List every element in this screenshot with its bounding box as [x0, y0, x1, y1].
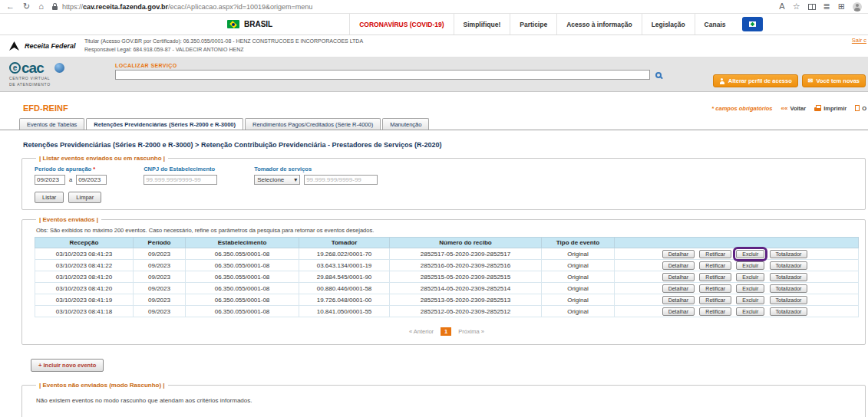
cell-tipo: Original — [542, 271, 615, 283]
retificar-button[interactable]: Retificar — [699, 250, 731, 258]
gov-link-simplifique[interactable]: Simplifique! — [454, 14, 510, 34]
brazil-flag-icon — [227, 20, 239, 28]
tab-rendimentos[interactable]: Rendimentos Pagos/Creditados (Série R-40… — [245, 118, 381, 130]
tomador-cnpj-input[interactable] — [304, 175, 378, 185]
help-sphere-icon[interactable] — [54, 63, 64, 73]
required-asterisk: * — [93, 166, 95, 172]
table-row: 03/10/2023 08:41:20 09/2023 06.350.055/0… — [35, 283, 859, 294]
limpar-button[interactable]: Limpar — [68, 192, 101, 203]
printer-icon — [814, 107, 821, 111]
pagination-current-page[interactable]: 1 — [441, 327, 451, 336]
excluir-button[interactable]: Excluir — [736, 307, 764, 316]
page-title: EFD-REINF — [23, 103, 68, 113]
cell-recepcao: 03/10/2023 08:41:23 — [35, 248, 134, 260]
mensagens-button[interactable]: ✉ Você tem novas — [802, 74, 866, 87]
table-row: 03/10/2023 08:41:20 09/2023 06.350.055/0… — [35, 271, 859, 283]
cell-estabelecimento: 06.350.055/0001-08 — [186, 306, 299, 317]
listar-button[interactable]: Listar — [35, 192, 64, 203]
eventos-table: Recepção Período Estabelecimento Tomador… — [35, 237, 859, 317]
excluir-button[interactable]: Excluir — [736, 261, 764, 270]
voltar-link[interactable]: «« Voltar — [781, 105, 807, 112]
split-screen-icon[interactable] — [808, 4, 816, 10]
tomador-select[interactable]: Selecione ▾ — [254, 175, 300, 185]
retificar-button[interactable]: Retificar — [699, 307, 731, 316]
incluir-novo-evento-button[interactable]: + Incluir novo evento — [31, 359, 104, 372]
excluir-button-highlighted[interactable]: Excluir — [736, 250, 764, 258]
responsavel-line: Responsável Legal: 684.918.059-87 - VALD… — [84, 46, 363, 54]
retificar-button[interactable]: Retificar — [699, 261, 731, 270]
cell-tomador: 29.884.545/0001-90 — [299, 271, 390, 283]
sair-link[interactable]: Sair c — [852, 37, 866, 44]
gov-link-coronavirus[interactable]: CORONAVÍRUS (COVID-19) — [349, 14, 453, 34]
excluir-button[interactable]: Excluir — [736, 284, 764, 293]
detalhar-button[interactable]: Detalhar — [662, 273, 695, 281]
tab-retencoes-previdenciarias[interactable]: Retenções Previdenciárias (Séries R-2000… — [86, 118, 243, 130]
cell-tomador: 00.880.446/0001-58 — [299, 283, 390, 294]
totalizador-button[interactable]: Totalizador — [770, 307, 808, 316]
periodo-to-input[interactable] — [76, 175, 107, 185]
refresh-icon[interactable]: ↻ — [23, 2, 30, 11]
detalhar-button[interactable]: Detalhar — [662, 296, 695, 304]
favorites-bar-icon[interactable]: ≣ — [823, 2, 830, 11]
cell-recibo: 2852515-05-2020-2309-2852515 — [390, 271, 542, 283]
retificar-button[interactable]: Retificar — [699, 273, 731, 281]
collections-icon[interactable]: ⊞ — [838, 2, 845, 11]
totalizador-button[interactable]: Totalizador — [770, 284, 808, 293]
periodo-from-input[interactable] — [35, 175, 65, 185]
mail-icon: ✉ — [808, 78, 814, 84]
cell-estabelecimento: 06.350.055/0001-08 — [186, 283, 299, 294]
retificar-button[interactable]: Retificar — [699, 284, 731, 293]
gov-link-legislacao[interactable]: Legislação — [642, 14, 695, 34]
detalhar-button[interactable]: Detalhar — [662, 261, 695, 270]
gov-link-participe[interactable]: Participe — [510, 14, 556, 34]
gov-link-acesso-informacao[interactable]: Acesso à informação — [556, 14, 642, 34]
tab-manutencao[interactable]: Manutenção — [382, 118, 429, 130]
govbr-flag-button[interactable] — [742, 17, 763, 31]
detalhar-button[interactable]: Detalhar — [662, 307, 695, 316]
profile-avatar[interactable] — [853, 2, 862, 11]
totalizador-button[interactable]: Totalizador — [770, 273, 808, 281]
search-icon[interactable] — [655, 72, 662, 78]
ecac-band: e cac CENTRO VIRTUAL DE ATENDIMENTO LOCA… — [0, 57, 868, 92]
brasil-brand[interactable]: BRASIL — [227, 20, 272, 28]
cell-periodo: 09/2023 — [134, 271, 186, 283]
browser-actions: A ☆ ≣ ⊞ — [779, 2, 862, 11]
tab-eventos-tabelas[interactable]: Eventos de Tabelas — [19, 118, 84, 130]
totalizador-button[interactable]: Totalizador — [770, 250, 808, 258]
pagination-previous[interactable]: « Anterior — [409, 328, 434, 335]
extra-link[interactable]: O — [855, 105, 866, 112]
address-bar[interactable]: https://cav.receita.fazenda.gov.br/ecac/… — [52, 3, 771, 11]
col-recibo: Número do recibo — [390, 238, 542, 248]
read-aloud-icon[interactable]: A — [779, 2, 784, 11]
cnpj-input[interactable] — [144, 175, 217, 185]
pagination-next[interactable]: Próxima » — [458, 328, 484, 335]
totalizador-button[interactable]: Totalizador — [770, 261, 808, 270]
tomador-group: Tomador de serviços Selecione ▾ — [254, 166, 378, 185]
row-actions: Detalhar Retificar Excluir Totalizador — [615, 271, 859, 283]
cell-recibo: 2852517-05-2020-2309-2852517 — [390, 248, 542, 260]
excluir-button[interactable]: Excluir — [736, 273, 764, 281]
cell-periodo: 09/2023 — [134, 260, 186, 271]
gov-bar: BRASIL CORONAVÍRUS (COVID-19) Simplifiqu… — [0, 14, 868, 35]
alterar-perfil-button[interactable]: Alterar perfil de acesso — [713, 74, 798, 87]
rascunho-legend: | Eventos não enviados (modo Rascunho) | — [36, 382, 168, 389]
detalhar-button[interactable]: Detalhar — [662, 250, 695, 258]
cell-tipo: Original — [542, 294, 615, 306]
imprimir-link[interactable]: Imprimir — [814, 105, 847, 112]
detalhar-button[interactable]: Detalhar — [662, 284, 695, 293]
service-search-input[interactable] — [115, 70, 650, 80]
url-text[interactable]: https://cav.receita.fazenda.gov.br/ecac/… — [62, 3, 312, 11]
cell-tipo: Original — [542, 260, 615, 271]
gov-link-canais[interactable]: Canais — [695, 14, 735, 34]
row-actions: Detalhar Retificar Excluir Totalizador — [615, 306, 859, 317]
excluir-button[interactable]: Excluir — [736, 296, 764, 304]
back-icon[interactable]: ← — [6, 2, 15, 11]
favorite-star-icon[interactable]: ☆ — [793, 2, 800, 11]
col-recepcao: Recepção — [35, 238, 134, 248]
row-actions: Detalhar Retificar Excluir Totalizador — [615, 248, 859, 260]
eventos-obs: Obs: São exibidos no máximo 200 eventos.… — [36, 227, 859, 234]
totalizador-button[interactable]: Totalizador — [770, 296, 808, 304]
retificar-button[interactable]: Retificar — [699, 296, 731, 304]
cnpj-group: CNPJ do Estabelecimento — [144, 166, 217, 185]
home-icon[interactable]: ⌂ — [38, 2, 44, 11]
